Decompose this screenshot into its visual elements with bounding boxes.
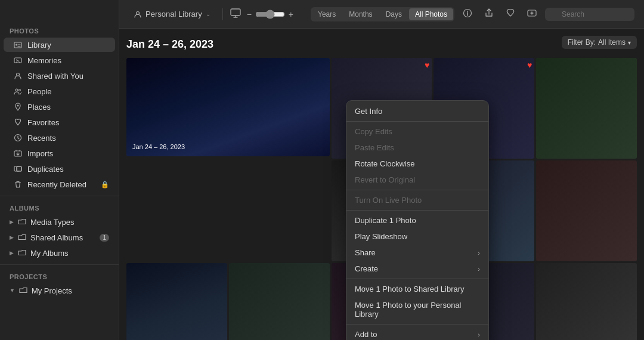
people-icon <box>13 86 23 96</box>
lock-icon: 🔒 <box>101 181 109 188</box>
zoom-plus-button[interactable]: + <box>287 10 295 19</box>
menu-divider <box>346 324 488 324</box>
menu-item-paste-edits: Paste Edits <box>346 140 488 156</box>
sidebar-item-recently-deleted[interactable]: Recently Deleted 🔒 <box>4 177 115 191</box>
photo-cell[interactable] <box>536 160 637 261</box>
menu-item-label: Turn On Live Photo <box>355 196 422 205</box>
sidebar-item-imports[interactable]: Imports <box>4 146 115 160</box>
menu-item-add-to[interactable]: Add to › <box>346 326 488 340</box>
svg-point-7 <box>17 105 19 107</box>
svg-rect-11 <box>17 166 21 171</box>
share-button[interactable] <box>481 6 497 23</box>
svg-point-3 <box>16 60 17 61</box>
photo-cell[interactable] <box>229 263 330 340</box>
favorites-icon <box>13 118 23 127</box>
add-to-album-button[interactable] <box>524 6 540 23</box>
zoom-slider[interactable] <box>255 10 285 19</box>
filter-chevron-icon: ▾ <box>628 39 631 46</box>
albums-section-label: Albums <box>0 200 119 214</box>
recents-icon <box>13 133 23 143</box>
sidebar-item-duplicates[interactable]: Duplicates <box>4 162 115 176</box>
view-days[interactable]: Days <box>380 8 408 20</box>
photo-cell[interactable] <box>536 263 637 340</box>
sidebar-item-label: People <box>27 87 51 96</box>
menu-item-label: Add to <box>355 330 377 339</box>
favorites-button[interactable] <box>502 6 519 23</box>
sidebar-item-label: Memories <box>27 56 61 65</box>
menu-item-move-to-personal[interactable]: Move 1 Photo to your Personal Library <box>346 297 488 322</box>
sidebar-item-label: Recents <box>27 134 56 143</box>
library-button[interactable]: Personal Library ⌄ <box>129 7 215 21</box>
sidebar-item-recents[interactable]: Recents <box>4 131 115 145</box>
chevron-right-icon: › <box>478 265 480 273</box>
menu-item-label: Duplicate 1 Photo <box>355 216 416 225</box>
sidebar-item-favorites[interactable]: Favorites <box>4 115 115 129</box>
folder-icon <box>17 248 27 258</box>
menu-item-label: Move 1 Photo to Shared Library <box>355 285 465 293</box>
folder-icon <box>17 217 27 227</box>
heart-icon: ♥ <box>527 60 532 70</box>
photo-date-overlay: Jan 24 – 26, 2023 <box>132 143 185 150</box>
menu-item-label: Move 1 Photo to your Personal Library <box>355 301 480 319</box>
info-button[interactable] <box>459 6 476 23</box>
menu-divider <box>346 210 488 211</box>
svg-rect-14 <box>231 9 240 16</box>
chevron-right-icon: › <box>478 249 480 256</box>
menu-item-revert-to-original: Revert to Original <box>346 172 488 188</box>
projects-section-label: Projects <box>0 268 119 283</box>
library-icon <box>13 40 23 50</box>
sidebar-item-media-types[interactable]: ▶ Media Types <box>4 215 115 229</box>
sidebar-item-label: Imports <box>27 149 53 158</box>
sidebar-item-label: Shared Albums <box>30 233 83 242</box>
person-icon <box>134 10 142 18</box>
sidebar-item-people[interactable]: People <box>4 84 115 98</box>
sidebar-divider-2 <box>0 264 119 265</box>
menu-item-play-slideshow[interactable]: Play Slideshow <box>346 228 488 245</box>
photo-cell[interactable] <box>536 58 637 159</box>
sidebar-item-label: Recently Deleted <box>27 180 86 189</box>
svg-point-6 <box>19 89 21 91</box>
heart-icon: ♥ <box>425 60 429 70</box>
imports-icon <box>13 149 23 158</box>
chevron-down-icon: ▼ <box>10 288 15 293</box>
sidebar-item-library[interactable]: Library <box>4 38 115 52</box>
zoom-minus-button[interactable]: − <box>246 10 253 19</box>
recently-deleted-icon <box>13 180 23 189</box>
menu-divider <box>346 279 488 279</box>
photo-cell[interactable] <box>126 263 227 340</box>
projects-folder-icon <box>18 286 28 295</box>
sidebar-item-shared-albums[interactable]: ▶ Shared Albums 1 <box>4 230 115 245</box>
main-area: Personal Library ⌄ − + Years Months Days… <box>119 0 644 340</box>
filter-bar[interactable]: Filter By: All Items ▾ <box>562 36 637 49</box>
photo-cell[interactable]: Jan 24 – 26, 2023 <box>126 58 330 156</box>
places-icon <box>13 102 23 112</box>
library-chevron: ⌄ <box>206 11 210 17</box>
sidebar-item-label: My Albums <box>30 249 69 258</box>
view-all-photos[interactable]: All Photos <box>409 8 453 20</box>
grid-section-header: Jan 24 – 26, 2023 <box>126 36 637 53</box>
sidebar-item-places[interactable]: Places <box>4 100 115 114</box>
svg-point-1 <box>16 44 17 46</box>
library-label: Personal Library <box>145 10 202 18</box>
menu-item-rotate-clockwise[interactable]: Rotate Clockwise <box>346 156 488 172</box>
screen-icon[interactable] <box>230 8 241 21</box>
menu-item-share[interactable]: Share › <box>346 245 488 261</box>
sidebar-item-my-projects[interactable]: ▼ My Projects <box>4 283 115 298</box>
search-input[interactable] <box>545 8 634 21</box>
menu-item-label: Get Info <box>355 107 382 116</box>
duplicates-icon <box>13 164 23 174</box>
menu-item-create[interactable]: Create › <box>346 261 488 277</box>
sidebar-item-shared-with-you[interactable]: Shared with You <box>4 69 115 83</box>
view-years[interactable]: Years <box>312 8 342 20</box>
filter-by-label: Filter By: <box>568 38 596 47</box>
sidebar-item-memories[interactable]: Memories <box>4 53 115 67</box>
sidebar: Photos Library Memories <box>0 0 119 340</box>
view-months[interactable]: Months <box>343 8 378 20</box>
menu-item-get-info[interactable]: Get Info <box>346 103 488 119</box>
menu-item-duplicate-photo[interactable]: Duplicate 1 Photo <box>346 212 488 228</box>
chevron-right-icon: ▶ <box>10 250 14 256</box>
menu-item-label: Copy Edits <box>355 127 392 136</box>
menu-item-move-to-shared[interactable]: Move 1 Photo to Shared Library <box>346 281 488 297</box>
shared-folder-icon <box>17 233 27 242</box>
sidebar-item-my-albums[interactable]: ▶ My Albums <box>4 246 115 260</box>
